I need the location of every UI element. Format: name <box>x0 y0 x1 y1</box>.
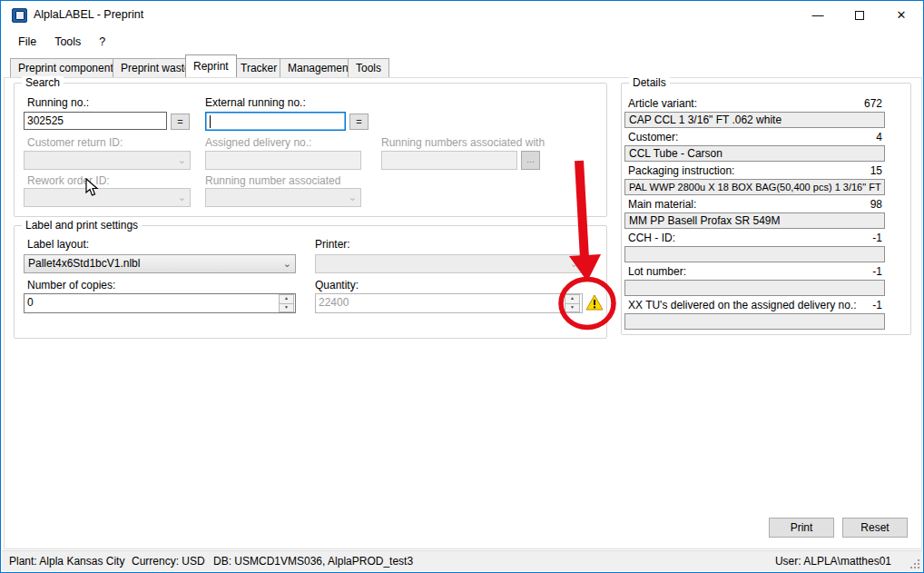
title-bar: AlplaLABEL - Preprint — ✕ <box>2 1 922 29</box>
text-caret <box>210 115 211 128</box>
spinner-down-icon[interactable]: ▼ <box>279 304 294 313</box>
tab-strip: Preprint components Preprint waste Repri… <box>3 54 921 77</box>
chevron-down-icon: ⌄ <box>570 257 578 271</box>
quantity-input: 22400 <box>315 293 583 313</box>
minimize-button[interactable]: — <box>797 1 839 29</box>
label-layout-label: Label layout: <box>27 238 89 251</box>
lot-number-count: -1 <box>828 265 882 278</box>
number-of-copies-label: Number of copies: <box>27 279 115 291</box>
packaging-instruction-count: 15 <box>828 164 882 177</box>
cch-id-count: -1 <box>828 232 882 244</box>
label-print-settings-group: Label and print settings Label layout: P… <box>14 225 607 339</box>
menu-file[interactable]: File <box>10 33 44 51</box>
printer-dropdown: ⌄ <box>315 254 583 273</box>
external-running-no-input[interactable] <box>205 112 346 131</box>
menu-help[interactable]: ? <box>91 33 113 51</box>
packaging-instruction-label: Packaging instruction: <box>628 164 734 177</box>
minimize-icon: — <box>812 8 824 22</box>
running-numbers-browse-button[interactable]: ... <box>521 151 540 170</box>
spinner-up-icon[interactable]: ▲ <box>565 294 580 304</box>
maximize-icon <box>855 11 864 20</box>
article-variant-label: Article variant: <box>628 97 697 110</box>
resize-grip-icon[interactable] <box>909 558 920 569</box>
maximize-button[interactable] <box>839 1 880 29</box>
details-group: Details Article variant: 672 CAP CCL 1 3… <box>621 83 911 335</box>
search-group-title: Search <box>22 76 64 89</box>
running-no-label: Running no.: <box>27 96 89 109</box>
customer-field: CCL Tube - Carson <box>624 145 885 162</box>
running-number-associated-dropdown: ⌄ <box>205 188 361 207</box>
rework-order-id-dropdown: ⌄ <box>24 188 191 207</box>
cch-id-label: CCH - ID: <box>628 232 675 244</box>
running-numbers-assoc-label: Running numbers associated with <box>381 136 545 149</box>
main-material-field: MM PP Basell Profax SR 549M <box>624 212 885 229</box>
cch-id-field <box>624 246 885 262</box>
status-user: User: ALPLA\matthes01 <box>775 555 891 568</box>
window-title: AlplaLABEL - Preprint <box>34 1 143 29</box>
running-no-equals-button[interactable]: = <box>171 114 190 130</box>
copies-spinner[interactable]: ▲ ▼ <box>279 294 294 312</box>
chevron-down-icon: ⌄ <box>349 191 357 204</box>
chevron-down-icon: ⌄ <box>178 191 186 204</box>
chevron-down-icon: ⌄ <box>178 153 186 167</box>
label-layout-value: Pallet4x6Std1bcV1.nlbl <box>28 257 140 270</box>
status-bar: Plant: Alpla Kansas City Currency: USD D… <box>2 550 922 571</box>
tab-preprint-components[interactable]: Preprint components <box>10 58 127 77</box>
assigned-delivery-no-label: Assigned delivery no.: <box>205 136 311 149</box>
external-running-no-equals-button[interactable]: = <box>349 114 369 130</box>
spinner-up-icon[interactable]: ▲ <box>279 294 294 304</box>
assigned-delivery-no-input <box>205 151 361 170</box>
tus-delivered-field <box>624 313 885 330</box>
running-number-associated-label: Running number associated <box>205 174 340 187</box>
close-icon: ✕ <box>897 8 907 22</box>
status-currency: Currency: USD <box>132 555 205 568</box>
customer-count: 4 <box>828 131 882 143</box>
main-material-count: 98 <box>828 198 882 211</box>
menu-bar: File Tools ? <box>3 30 921 53</box>
close-button[interactable]: ✕ <box>880 1 922 29</box>
spinner-down-icon[interactable]: ▼ <box>565 304 580 313</box>
customer-return-id-dropdown: ⌄ <box>24 151 191 170</box>
packaging-instruction-field: PAL WWP 2800u X 18 BOX BAG(50,400 pcs) 1… <box>624 179 885 195</box>
lot-number-field <box>624 280 885 296</box>
quantity-spinner[interactable]: ▲ ▼ <box>565 294 580 312</box>
reset-button[interactable]: Reset <box>842 518 908 538</box>
external-running-no-label: External running no.: <box>205 96 306 109</box>
tab-tracker[interactable]: Tracker <box>232 58 285 77</box>
tus-delivered-label: XX TU's delivered on the assigned delive… <box>628 299 857 311</box>
tab-tools[interactable]: Tools <box>348 58 389 77</box>
running-no-input[interactable]: 302525 <box>24 112 167 130</box>
app-icon <box>12 8 27 23</box>
print-button[interactable]: Print <box>769 518 834 538</box>
rework-order-id-label: Rework order ID: <box>27 174 110 187</box>
tab-reprint[interactable]: Reprint <box>185 54 237 77</box>
main-material-label: Main material: <box>628 198 696 211</box>
chevron-down-icon: ⌄ <box>283 257 291 271</box>
tus-delivered-count: -1 <box>828 299 882 311</box>
search-group: Search Running no.: 302525 = External ru… <box>14 83 607 217</box>
article-variant-count: 672 <box>828 97 882 110</box>
customer-return-id-label: Customer return ID: <box>27 136 123 149</box>
label-layout-dropdown[interactable]: Pallet4x6Std1bcV1.nlbl ⌄ <box>24 254 296 273</box>
lot-number-label: Lot number: <box>628 265 686 278</box>
customer-label: Customer: <box>628 131 678 143</box>
running-numbers-assoc-input <box>381 151 517 170</box>
details-group-title: Details <box>629 76 670 89</box>
quantity-label: Quantity: <box>315 279 359 291</box>
status-plant: Plant: Alpla Kansas City <box>9 555 124 568</box>
status-db: DB: USMCD1VMS036, AlplaPROD_test3 <box>213 555 413 568</box>
label-print-settings-title: Label and print settings <box>22 219 142 232</box>
article-variant-field: CAP CCL 1 3/16" FT .062 white <box>624 112 885 128</box>
warning-icon <box>585 293 604 311</box>
number-of-copies-input[interactable]: 0 <box>24 293 296 313</box>
menu-tools[interactable]: Tools <box>46 33 89 51</box>
app-window: AlplaLABEL - Preprint — ✕ File Tools ? P… <box>0 0 924 573</box>
printer-label: Printer: <box>315 238 350 251</box>
